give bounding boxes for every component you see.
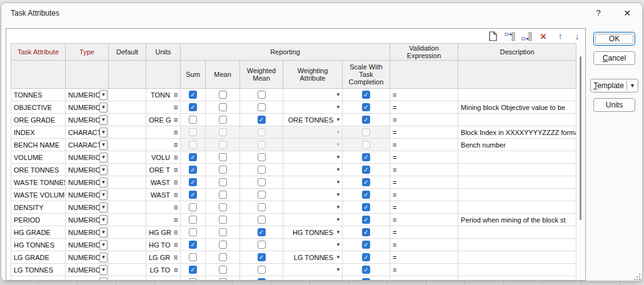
- scale-with-task-completion-cell[interactable]: [343, 126, 390, 139]
- units-cell[interactable]: ORE G≡: [146, 114, 181, 126]
- mean-checkbox[interactable]: [219, 91, 227, 99]
- weighting-attribute-cell[interactable]: ▼: [283, 151, 343, 164]
- description-cell[interactable]: [458, 176, 576, 189]
- default-cell[interactable]: [109, 101, 146, 114]
- mean-checkbox[interactable]: [219, 278, 227, 281]
- weighting-attribute-cell[interactable]: ▼: [283, 126, 343, 139]
- units-cell[interactable]: ORE T≡: [146, 164, 181, 176]
- attribute-name-cell[interactable]: VOLUME: [11, 151, 66, 164]
- cancel-button[interactable]: Cancel: [593, 51, 635, 65]
- validation-expression-cell[interactable]: =: [390, 101, 458, 114]
- weighted-mean-checkbox[interactable]: [258, 241, 266, 249]
- mean-cell[interactable]: [206, 239, 240, 251]
- weighting-attribute-cell[interactable]: ▼: [283, 264, 343, 276]
- attribute-name-cell[interactable]: LG GRADE: [11, 251, 66, 264]
- weighting-attribute-cell[interactable]: MG TONNES▼: [283, 276, 343, 281]
- type-cell[interactable]: NUMERIC▼: [66, 201, 109, 214]
- type-cell[interactable]: NUMERIC▼: [66, 114, 109, 126]
- type-dropdown-icon[interactable]: ▼: [99, 228, 108, 238]
- validation-expression-cell[interactable]: =: [390, 176, 458, 189]
- default-cell[interactable]: [109, 226, 146, 239]
- attribute-name-cell[interactable]: PERIOD: [11, 214, 66, 226]
- default-cell[interactable]: [109, 189, 146, 201]
- weighted-mean-checkbox[interactable]: [258, 203, 266, 211]
- type-dropdown-icon[interactable]: ▼: [99, 265, 108, 275]
- title-bar[interactable]: Task Attributes ? ✕: [1, 3, 642, 23]
- ok-button[interactable]: OK: [593, 32, 635, 46]
- sum-checkbox[interactable]: [189, 128, 197, 136]
- units-browse-icon[interactable]: ≡: [171, 216, 180, 224]
- sum-cell[interactable]: [181, 276, 206, 281]
- default-cell[interactable]: [109, 126, 146, 139]
- type-cell[interactable]: NUMERIC▼: [66, 276, 109, 281]
- sum-cell[interactable]: ✓: [181, 151, 206, 164]
- scale-checkbox[interactable]: ✓: [362, 253, 370, 261]
- scale-checkbox[interactable]: ✓: [362, 228, 370, 236]
- sum-cell[interactable]: ✓: [181, 164, 206, 176]
- type-dropdown-icon[interactable]: ▼: [99, 202, 108, 212]
- mean-cell[interactable]: [206, 264, 240, 276]
- weighted-mean-cell[interactable]: ✓: [240, 226, 283, 239]
- scale-checkbox[interactable]: [362, 128, 370, 136]
- default-cell[interactable]: [109, 139, 146, 151]
- delete-icon[interactable]: ✕: [538, 31, 549, 42]
- validation-expression-cell[interactable]: =: [390, 114, 458, 126]
- type-dropdown-icon[interactable]: ▼: [99, 165, 108, 175]
- scale-checkbox[interactable]: ✓: [362, 216, 370, 224]
- weighting-attribute-dropdown-icon[interactable]: ▼: [335, 267, 342, 272]
- weighted-mean-checkbox[interactable]: [258, 153, 266, 161]
- description-cell[interactable]: [458, 276, 576, 281]
- description-cell[interactable]: [458, 164, 576, 176]
- close-button[interactable]: ✕: [620, 6, 635, 20]
- weighting-attribute-cell[interactable]: ▼: [283, 176, 343, 189]
- validation-expression-cell[interactable]: =: [390, 251, 458, 264]
- sum-checkbox[interactable]: ✓: [189, 178, 197, 186]
- default-cell[interactable]: [109, 239, 146, 251]
- link-child-icon[interactable]: [521, 31, 532, 42]
- type-dropdown-icon[interactable]: ▼: [99, 90, 108, 100]
- type-cell[interactable]: NUMERIC▼: [66, 214, 109, 226]
- validation-expression-cell[interactable]: =: [390, 139, 458, 151]
- weighted-mean-cell[interactable]: ✓: [240, 276, 283, 281]
- scale-checkbox[interactable]: ✓: [362, 91, 370, 99]
- type-cell[interactable]: NUMERIC▼: [66, 176, 109, 189]
- weighting-attribute-cell[interactable]: ▼: [283, 164, 343, 176]
- attribute-name-cell[interactable]: TONNES: [11, 89, 66, 101]
- default-cell[interactable]: [109, 276, 146, 281]
- mean-cell[interactable]: [206, 89, 240, 101]
- link-parent-icon[interactable]: [504, 31, 515, 42]
- sum-checkbox[interactable]: ✓: [189, 241, 197, 249]
- type-cell[interactable]: NUMERIC▼: [66, 251, 109, 264]
- type-cell[interactable]: NUMERIC▼: [66, 151, 109, 164]
- default-cell[interactable]: [109, 264, 146, 276]
- type-cell[interactable]: NUMERIC▼: [66, 189, 109, 201]
- default-cell[interactable]: [109, 114, 146, 126]
- weighting-attribute-cell[interactable]: ▼: [283, 101, 343, 114]
- weighting-attribute-dropdown-icon[interactable]: ▼: [335, 92, 342, 98]
- units-cell[interactable]: VOLU≡: [146, 151, 181, 164]
- weighting-attribute-cell[interactable]: HG TONNES▼: [283, 226, 343, 239]
- scale-checkbox[interactable]: ✓: [362, 266, 370, 274]
- units-browse-icon[interactable]: ≡: [171, 178, 180, 187]
- sum-checkbox[interactable]: [189, 278, 197, 281]
- type-cell[interactable]: NUMERIC▼: [66, 239, 109, 251]
- type-cell[interactable]: CHARACT▼: [66, 139, 109, 151]
- scale-with-task-completion-cell[interactable]: ✓: [343, 276, 390, 281]
- type-dropdown-icon[interactable]: ▼: [99, 115, 108, 125]
- validation-expression-cell[interactable]: =: [390, 264, 458, 276]
- units-cell[interactable]: ≡: [146, 214, 181, 226]
- weighting-attribute-dropdown-icon[interactable]: ▼: [335, 192, 342, 198]
- weighting-attribute-dropdown-icon[interactable]: ▼: [335, 117, 342, 122]
- weighted-mean-cell[interactable]: [240, 214, 283, 226]
- description-cell[interactable]: Block Index in XXXXYYYYZZZZ forma: [458, 126, 576, 139]
- weighted-mean-cell[interactable]: [240, 264, 283, 276]
- validation-expression-cell[interactable]: =: [390, 239, 458, 251]
- scale-with-task-completion-cell[interactable]: ✓: [343, 114, 390, 126]
- mean-cell[interactable]: [206, 214, 240, 226]
- weighted-mean-cell[interactable]: ✓: [240, 251, 283, 264]
- sum-checkbox[interactable]: ✓: [189, 103, 197, 111]
- weighting-attribute-dropdown-icon[interactable]: ▼: [335, 229, 342, 235]
- validation-expression-cell[interactable]: =: [390, 164, 458, 176]
- default-cell[interactable]: [109, 151, 146, 164]
- attribute-name-cell[interactable]: WASTE TONNES: [11, 176, 66, 189]
